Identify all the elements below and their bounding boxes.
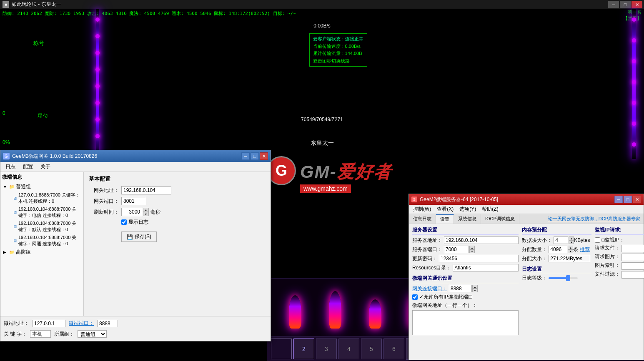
srv-addr-input[interactable] [444, 237, 519, 244]
tree-group-normal[interactable]: ▼ 📁 普通组 [2, 182, 82, 191]
alloc-count-spinner: ▲ ▼ [549, 246, 573, 253]
tree-group-high[interactable]: ▶ 📁 高防组 [2, 248, 82, 256]
menu-about[interactable]: 关于 [37, 162, 54, 171]
menu-log[interactable]: 日志 [2, 162, 19, 171]
close-btn[interactable]: ✕ [631, 1, 642, 8]
config-section-title: 基本配置 [89, 175, 266, 183]
gw-maximize-btn[interactable]: □ [251, 152, 259, 160]
total-label: 分配大小： [522, 255, 547, 262]
srv-port-input[interactable] [444, 246, 469, 253]
block-spin-btns[interactable]: ▲ ▼ [569, 237, 574, 244]
srv-resources-input[interactable] [453, 264, 519, 271]
spin-down[interactable]: ▼ [143, 212, 149, 216]
srv-maximize-btn[interactable]: □ [624, 196, 632, 203]
srv-menu-options[interactable]: 选项(Y) [457, 205, 479, 214]
gateway-addr-textarea[interactable] [412, 310, 519, 335]
gateway-window-buttons[interactable]: ─ □ ✕ [241, 152, 268, 160]
srv-port-spin-btns[interactable]: ▲ ▼ [469, 246, 475, 253]
server-window-buttons[interactable]: ─ □ ✕ [614, 196, 641, 203]
gateway-addr-input[interactable] [121, 186, 171, 194]
save-button[interactable]: 💾 保存(S) [121, 232, 157, 242]
inv-slot-4[interactable]: 4 [338, 339, 359, 359]
gw-minimize-btn[interactable]: ─ [241, 152, 250, 160]
request-image-input[interactable] [621, 254, 644, 261]
inv-slot-2[interactable]: 2 [293, 339, 314, 359]
gw-close-btn[interactable]: ✕ [260, 152, 268, 160]
recommend-link[interactable]: 推荐 [580, 246, 590, 253]
alloc-count-input[interactable] [549, 246, 567, 253]
tab-iocp-debug[interactable]: IOCP调试信息 [481, 214, 519, 224]
particle [95, 34, 100, 38]
file-filter-input[interactable] [621, 271, 644, 279]
particle [95, 84, 100, 88]
game-window-controls[interactable]: ─ □ ✕ [608, 1, 642, 8]
srv-password-input[interactable] [439, 255, 519, 262]
label-chenghao: 称号 [33, 40, 44, 47]
particle [95, 101, 100, 105]
tab-info-log[interactable]: 信息日志 [409, 214, 436, 224]
microend-port-input[interactable] [449, 285, 472, 292]
tree-item-2[interactable]: 🖥 192.168.0.104:8888:7000 关键字：默认 连接线程：0 [12, 219, 82, 234]
srv-port-down[interactable]: ▼ [469, 249, 475, 253]
srv-port-up[interactable]: ▲ [469, 246, 475, 249]
tree-item-3[interactable]: 🖥 192.168.0.104:8888:7000 关键字：网通 连接线程：0 [12, 234, 82, 248]
monitor-ip-checkbox[interactable] [595, 237, 600, 243]
network-status-box[interactable]: 云客户端状态：连接正常 当前传输速度：0.00B/s 累计传输流量：144.00… [309, 33, 367, 67]
tab-settings[interactable]: 设置 [436, 214, 454, 224]
gateway-sidebar: 微端信息 ▼ 📁 普通组 🖥 127.0.0.1:8888:7000 关键字：本… [0, 172, 84, 316]
ad-link[interactable]: 论一天网云擎无敌防御，DCP高防服务器专家 [545, 214, 644, 224]
alloc-spin-btns[interactable]: ▲ ▼ [568, 246, 573, 253]
inv-slot-5[interactable]: 5 [361, 339, 382, 359]
image-index-label: 图片索引： [595, 262, 620, 269]
fire-1 [289, 295, 301, 329]
tab-sys-info[interactable]: 系统信息 [454, 214, 481, 224]
request-file-input[interactable] [621, 245, 644, 252]
particle [95, 51, 100, 55]
alloc-up[interactable]: ▲ [568, 246, 573, 249]
image-index-input[interactable] [621, 262, 644, 270]
microend-port-spin-btns[interactable]: ▲ ▼ [472, 285, 478, 292]
microend-port-down[interactable]: ▼ [472, 289, 478, 292]
tree-item-1[interactable]: 🖥 192.168.0.104:8888:7000 关键字：电信 连接线程：0 [12, 205, 82, 219]
srv-menu-view[interactable]: 查看(X) [434, 205, 456, 214]
weidu-port-input[interactable] [97, 320, 118, 327]
weidu-port-link[interactable]: 微端端口： [69, 320, 94, 327]
alloc-down[interactable]: ▼ [568, 249, 573, 253]
allow-all-ip-checkbox[interactable] [412, 294, 418, 300]
maximize-btn[interactable]: □ [620, 1, 631, 8]
inv-slot-1[interactable] [271, 339, 292, 359]
weidu-addr-input[interactable] [32, 320, 65, 327]
microend-port-link[interactable]: 网关连接端口： [412, 285, 447, 292]
inv-slot-3[interactable]: 3 [316, 339, 337, 359]
gateway-port-input[interactable] [121, 197, 146, 205]
tree-toggle[interactable]: ▼ [3, 184, 8, 189]
tree-toggle-high[interactable]: ▶ [3, 250, 8, 254]
total-size-row: 分配大小： [522, 255, 591, 262]
srv-menu-help[interactable]: 帮助(Z) [479, 205, 501, 214]
srv-close-btn[interactable]: ✕ [633, 196, 641, 203]
show-log-checkbox[interactable] [121, 219, 127, 225]
suozhu-select[interactable]: 普通组 高防组 [78, 330, 107, 338]
particle [632, 101, 636, 105]
net-line4: 双击图标切换线路 [313, 57, 363, 65]
gateway-port-label: 网关端口： [89, 198, 119, 205]
log-slider-thumb[interactable] [566, 275, 570, 281]
spin-buttons[interactable]: ▲ ▼ [143, 208, 149, 216]
minimize-btn[interactable]: ─ [608, 1, 619, 8]
inv-slot-6[interactable]: 6 [383, 339, 404, 359]
block-up[interactable]: ▲ [569, 237, 574, 240]
log-level-slider[interactable] [549, 277, 578, 279]
srv-minimize-btn[interactable]: ─ [614, 196, 623, 203]
refresh-unit: 毫秒 [150, 209, 160, 216]
microend-port-up[interactable]: ▲ [472, 285, 478, 289]
block-down[interactable]: ▼ [569, 240, 574, 244]
srv-menu-control[interactable]: 控制(W) [411, 205, 434, 214]
keyword-input[interactable] [30, 330, 51, 338]
beam-left [96, 9, 99, 159]
tree-item-0[interactable]: 🖥 127.0.0.1:8888:7000 关键字：本机 连接线程：0 [12, 191, 82, 205]
menu-config[interactable]: 配置 [20, 162, 36, 171]
refresh-time-input[interactable] [121, 208, 142, 216]
spin-up[interactable]: ▲ [143, 208, 149, 212]
gateway-addr-label: 微端网关地址（一行一个）： [412, 302, 519, 309]
block-size-input[interactable] [554, 237, 568, 244]
